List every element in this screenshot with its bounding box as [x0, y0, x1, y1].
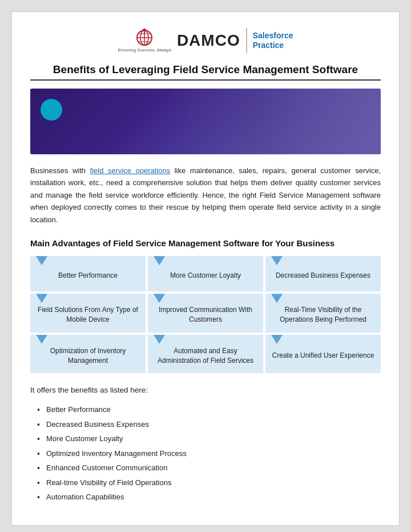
list-item-6: Automation Capabilities	[36, 490, 381, 505]
page-container: Ensuring Success. Always DAMCO Salesforc…	[11, 11, 400, 526]
benefit-text-2: Decreased Business Expenses	[276, 271, 370, 281]
benefit-text-3: Field Solutions From Any Type of Mobile …	[36, 305, 140, 325]
benefit-text-0: Better Performance	[58, 271, 118, 281]
logo-tagline: Ensuring Success. Always	[118, 47, 171, 53]
benefit-cell-3: Field Solutions From Any Type of Mobile …	[30, 294, 146, 333]
offers-intro: It offers the benefits as listed here:	[30, 386, 381, 394]
benefits-grid: Better Performance More Customer Loyalty…	[30, 256, 381, 373]
benefit-text-8: Create a Unified User Experience	[272, 351, 374, 361]
body-paragraph: Businesses with field service operations…	[30, 165, 381, 226]
logo-brand: DAMCO	[177, 31, 240, 50]
benefit-text-7: Automated and Easy Administration of Fie…	[154, 346, 257, 366]
list-item-5: Real-time Visibility of Field Operations	[36, 475, 381, 490]
banner-overlay	[171, 89, 381, 154]
benefits-list: Better Performance Decreased Business Ex…	[30, 402, 381, 505]
section-heading: Main Advantages of Field Service Managem…	[30, 238, 381, 248]
field-service-link[interactable]: field service operations	[90, 166, 171, 175]
benefit-cell-2: Decreased Business Expenses	[265, 256, 381, 291]
benefit-cell-1: More Customer Loyalty	[148, 256, 263, 291]
benefit-cell-0: Better Performance	[30, 256, 146, 291]
benefit-text-4: Improved Communication With Customers	[154, 305, 257, 325]
list-item-3: Optimized Inventory Management Process	[36, 446, 381, 461]
benefit-cell-5: Real-Time Visibility of the Operations B…	[265, 294, 381, 333]
benefit-text-1: More Customer Loyalty	[170, 271, 241, 281]
banner-circle	[41, 99, 62, 121]
list-item-4: Enhanced Customer Communication	[36, 461, 381, 475]
benefit-cell-4: Improved Communication With Customers	[148, 294, 263, 333]
benefit-text-5: Real-Time Visibility of the Operations B…	[271, 305, 375, 325]
page-title: Benefits of Leveraging Field Service Man…	[30, 63, 381, 76]
salesforce-line1: Salesforce	[253, 31, 293, 41]
list-item-2: More Customer Loyalty	[36, 431, 381, 446]
logo-salesforce: Salesforce Practice	[253, 31, 293, 50]
logo-area: Ensuring Success. Always DAMCO Salesforc…	[30, 28, 381, 53]
benefit-cell-6: Optimization of Inventory Management	[30, 335, 146, 374]
benefit-cell-7: Automated and Easy Administration of Fie…	[148, 335, 263, 374]
benefit-text-6: Optimization of Inventory Management	[36, 346, 140, 366]
intro-text: Businesses with	[30, 166, 90, 175]
list-item-1: Decreased Business Expenses	[36, 417, 381, 432]
salesforce-line2: Practice	[253, 41, 284, 50]
body-rest-text: like maintenance, sales, repairs, genera…	[30, 166, 381, 224]
benefit-cell-8: Create a Unified User Experience	[265, 335, 381, 374]
globe-icon	[135, 29, 154, 47]
logo-divider	[246, 28, 247, 53]
logo-left: Ensuring Success. Always	[118, 29, 171, 53]
banner-image	[30, 89, 381, 154]
list-item-0: Better Performance	[36, 402, 381, 417]
title-divider	[30, 79, 381, 81]
